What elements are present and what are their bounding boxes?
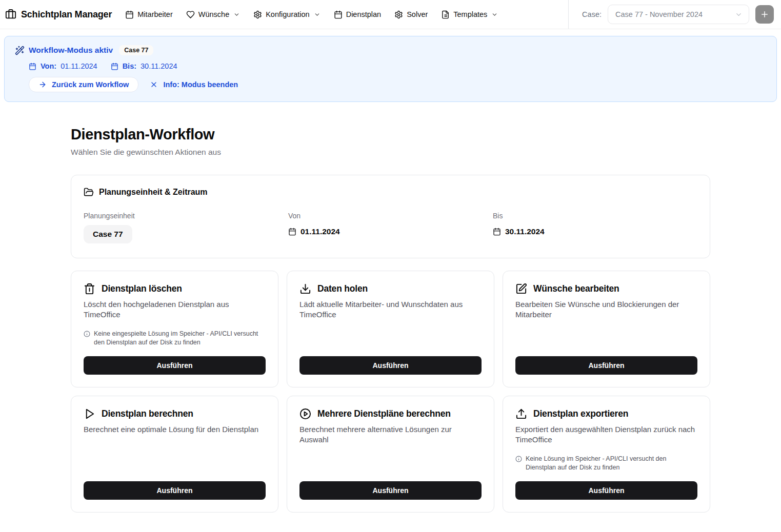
play-icon	[84, 408, 95, 420]
ausfuehren-button[interactable]: Ausführen	[84, 356, 266, 375]
banner-title: Workflow-Modus aktiv	[29, 46, 113, 55]
back-to-workflow-button[interactable]: Zurück zum Workflow	[29, 77, 138, 92]
calendar-icon	[125, 10, 134, 19]
heart-icon	[186, 10, 195, 19]
calendar-icon	[111, 63, 118, 70]
field-bis: Bis 30.11.2024	[493, 212, 697, 243]
end-mode-button[interactable]: Info: Modus beenden	[144, 77, 244, 92]
ausfuehren-button[interactable]: Ausführen	[299, 481, 482, 500]
trash-icon	[84, 283, 95, 295]
case-select[interactable]: Case 77 - November 2024	[608, 5, 749, 24]
add-case-button[interactable]	[755, 5, 774, 24]
info-icon	[84, 331, 90, 347]
card-dienstplan-loeschen: Dienstplan löschen Löscht den hochgelade…	[71, 271, 278, 387]
wand-icon	[15, 46, 25, 92]
nav-item-wuensche[interactable]: Wünsche	[186, 10, 240, 19]
arrow-right-icon	[38, 80, 47, 89]
card-wuensche-bearbeiten: Wünsche bearbeiten Bearbeiten Sie Wünsch…	[503, 271, 710, 387]
briefcase-icon	[5, 9, 16, 20]
play-circle-icon	[299, 408, 311, 420]
info-icon	[515, 456, 522, 473]
gear-icon	[394, 10, 403, 19]
ausfuehren-button[interactable]: Ausführen	[299, 356, 482, 375]
main-content: Dienstplan-Workflow Wählen Sie die gewün…	[63, 102, 718, 521]
app-title: Schichtplan Manager	[21, 9, 112, 20]
nav-item-konfiguration[interactable]: Konfiguration	[253, 10, 320, 19]
card-mehrere-dienstplaene-berechnen: Mehrere Dienstpläne berechnen Berechnet …	[287, 396, 494, 513]
page-subtitle: Wählen Sie die gewünschten Aktionen aus	[71, 148, 710, 157]
page-title: Dienstplan-Workflow	[71, 126, 710, 143]
edit-icon	[515, 283, 527, 295]
card-daten-holen: Daten holen Lädt aktuelle Mitarbeiter- u…	[287, 271, 494, 387]
planning-summary-card: Planungseinheit & Zeitraum Planungseinhe…	[71, 175, 710, 258]
gear-icon	[253, 10, 262, 19]
chevron-down-icon	[233, 11, 240, 18]
summary-title: Planungseinheit & Zeitraum	[99, 188, 208, 197]
plus-icon	[760, 10, 769, 19]
chevron-down-icon	[735, 11, 743, 18]
folder-open-icon	[84, 187, 94, 197]
download-icon	[299, 283, 311, 295]
top-nav: Schichtplan Manager Mitarbeiter Wünsche …	[0, 0, 781, 29]
case-chip: Case 77	[84, 225, 132, 243]
field-planungseinheit: Planungseinheit Case 77	[84, 212, 288, 243]
ausfuehren-button[interactable]: Ausführen	[515, 481, 697, 500]
card-dienstplan-exportieren: Dienstplan exportieren Exportiert den au…	[503, 396, 710, 513]
calendar-icon	[493, 228, 501, 236]
file-icon	[441, 10, 450, 19]
banner-date-bis: Bis: 30.11.2024	[111, 62, 177, 70]
close-icon	[150, 80, 158, 89]
case-selector-group: Case: Case 77 - November 2024	[568, 0, 781, 29]
ausfuehren-button[interactable]: Ausführen	[84, 481, 266, 500]
app-brand: Schichtplan Manager	[5, 9, 112, 20]
upload-icon	[515, 408, 527, 420]
nav-item-mitarbeiter[interactable]: Mitarbeiter	[125, 10, 173, 19]
nav-item-dienstplan[interactable]: Dienstplan	[334, 10, 382, 19]
banner-date-von: Von: 01.11.2024	[29, 62, 97, 70]
calendar-icon	[29, 63, 36, 70]
nav-item-templates[interactable]: Templates	[441, 10, 498, 19]
workflow-mode-banner: Workflow-Modus aktiv Case 77 Von: 01.11.…	[4, 36, 777, 102]
case-label: Case:	[582, 10, 602, 18]
field-von: Von 01.11.2024	[288, 212, 493, 243]
calendar-icon	[334, 10, 343, 19]
chevron-down-icon	[491, 11, 498, 18]
card-note: Keine eingespielte Lösung im Speicher - …	[84, 330, 266, 347]
card-dienstplan-berechnen: Dienstplan berechnen Berechnet eine opti…	[71, 396, 278, 513]
nav-item-solver[interactable]: Solver	[394, 10, 428, 19]
chevron-down-icon	[314, 11, 321, 18]
calendar-icon	[288, 228, 296, 236]
case-badge: Case 77	[119, 45, 153, 55]
ausfuehren-button[interactable]: Ausführen	[515, 356, 697, 375]
action-cards-grid: Dienstplan löschen Löscht den hochgelade…	[71, 271, 710, 513]
card-note: Keine Lösung im Speicher - API/CLI versu…	[515, 455, 697, 473]
